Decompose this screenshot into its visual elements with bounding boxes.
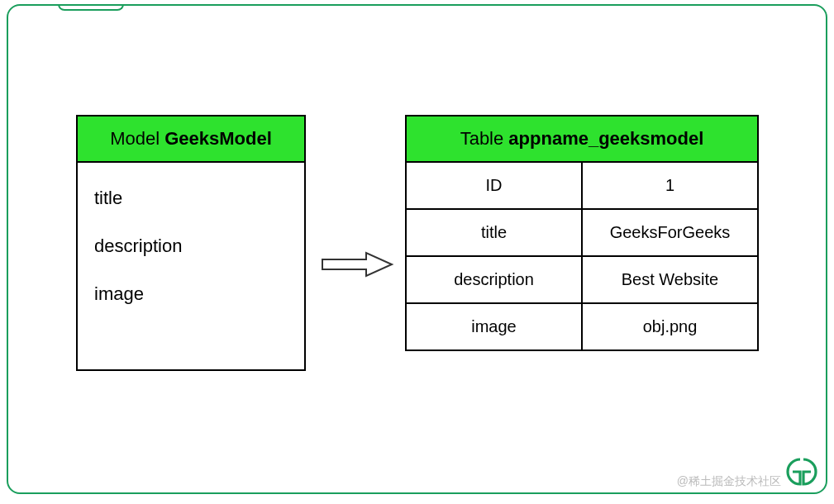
table-row: ID 1 bbox=[407, 163, 757, 210]
table-cell-key: ID bbox=[407, 163, 583, 208]
table-box: Table appname_geeksmodel ID 1 title Geek… bbox=[405, 115, 759, 351]
gfg-logo-icon bbox=[784, 456, 819, 487]
table-row: description Best Website bbox=[407, 257, 757, 304]
model-box: Model GeeksModel title description image bbox=[76, 115, 306, 371]
table-cell-value: 1 bbox=[583, 163, 757, 208]
model-header-prefix: Model bbox=[110, 128, 160, 149]
table-cell-value: Best Website bbox=[583, 257, 757, 302]
watermark-text: @稀土掘金技术社区 bbox=[677, 474, 781, 489]
table-row: title GeeksForGeeks bbox=[407, 210, 757, 257]
model-header-name: GeeksModel bbox=[164, 128, 272, 149]
model-field: image bbox=[94, 283, 288, 305]
table-cell-value: obj.png bbox=[583, 304, 757, 349]
table-cell-value: GeeksForGeeks bbox=[583, 210, 757, 255]
frame-notch bbox=[58, 4, 124, 11]
table-row: image obj.png bbox=[407, 304, 757, 349]
model-field: title bbox=[94, 188, 288, 209]
model-field: description bbox=[94, 235, 288, 257]
model-body: title description image bbox=[78, 163, 304, 369]
table-header: Table appname_geeksmodel bbox=[407, 116, 757, 163]
table-header-name: appname_geeksmodel bbox=[508, 128, 703, 149]
table-cell-key: description bbox=[407, 257, 583, 302]
diagram-frame: Model GeeksModel title description image… bbox=[7, 4, 827, 494]
arrow-icon bbox=[321, 250, 395, 279]
table-cell-key: title bbox=[407, 210, 583, 255]
table-header-prefix: Table bbox=[460, 128, 504, 149]
table-cell-key: image bbox=[407, 304, 583, 349]
model-header: Model GeeksModel bbox=[78, 116, 304, 163]
